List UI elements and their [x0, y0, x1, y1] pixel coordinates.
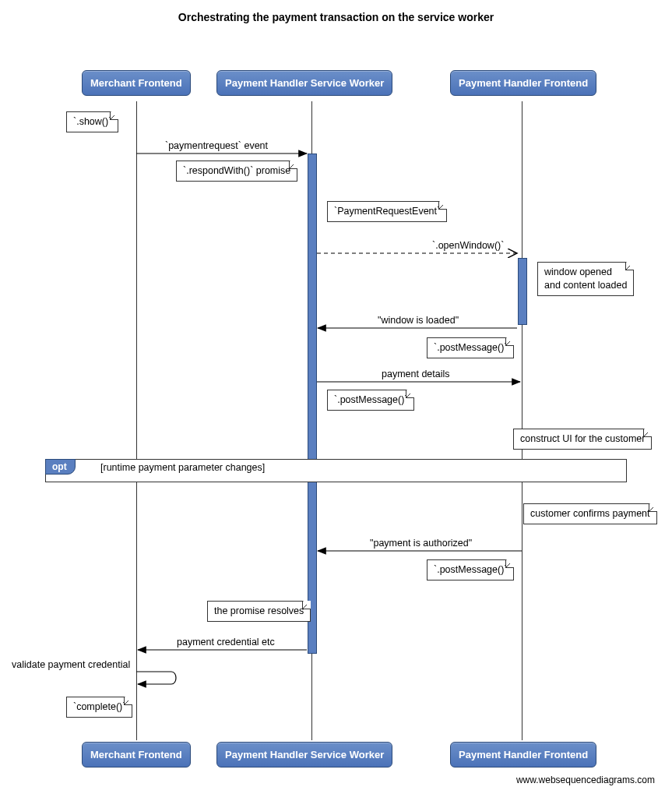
note-window-opened: window opened and content loaded: [537, 262, 634, 296]
note-complete: `complete()`: [66, 697, 132, 718]
note-show: `.show()`: [66, 111, 118, 132]
actor-merchant-bottom: Merchant Frontend: [82, 742, 191, 768]
actor-frontend-bottom: Payment Handler Frontend: [450, 742, 596, 768]
msg-payment-credential: payment credential etc: [177, 637, 275, 648]
diagram-title: Orchestrating the payment transaction on…: [0, 0, 672, 31]
msg-payment-authorized: "payment is authorized": [370, 538, 472, 549]
note-postmessage-1: `.postMessage()`: [427, 337, 514, 358]
note-customer-confirms: customer confirms payment: [523, 503, 657, 524]
note-respondwith: `.respondWith()` promise: [176, 161, 297, 182]
actor-frontend-top: Payment Handler Frontend: [450, 70, 596, 96]
opt-frame: opt [runtime payment parameter changes]: [45, 459, 627, 482]
opt-frame-tag: opt: [45, 459, 76, 475]
lifeline-merchant: [136, 101, 137, 740]
diagram-canvas: Merchant Frontend Payment Handler Servic…: [0, 31, 672, 787]
msg-validate: validate payment credential: [12, 659, 130, 670]
actor-worker-bottom: Payment Handler Service Worker: [216, 742, 392, 768]
lifeline-frontend: [522, 101, 522, 740]
note-line-1: window opened: [544, 266, 612, 277]
actor-merchant-top: Merchant Frontend: [82, 70, 191, 96]
activation-frontend: [518, 258, 527, 325]
note-promise-resolves: the promise resolves: [207, 601, 311, 622]
msg-payment-details: payment details: [382, 369, 450, 379]
msg-paymentrequest: `paymentrequest` event: [165, 140, 268, 151]
note-line-2: and content loaded: [544, 280, 627, 291]
activation-worker: [308, 154, 317, 654]
actor-worker-top: Payment Handler Service Worker: [216, 70, 392, 96]
msg-window-loaded: "window is loaded": [378, 315, 459, 326]
opt-frame-text: [runtime payment parameter changes]: [100, 462, 265, 473]
footer-link[interactable]: www.websequencediagrams.com: [516, 775, 655, 785]
note-postmessage-3: `.postMessage()`: [427, 559, 514, 581]
note-construct-ui: construct UI for the customer: [513, 429, 652, 450]
note-postmessage-2: `.postMessage()`: [327, 390, 414, 411]
note-payment-request-event: `PaymentRequestEvent`: [327, 201, 447, 222]
msg-openwindow: `.openWindow()`: [432, 240, 504, 251]
